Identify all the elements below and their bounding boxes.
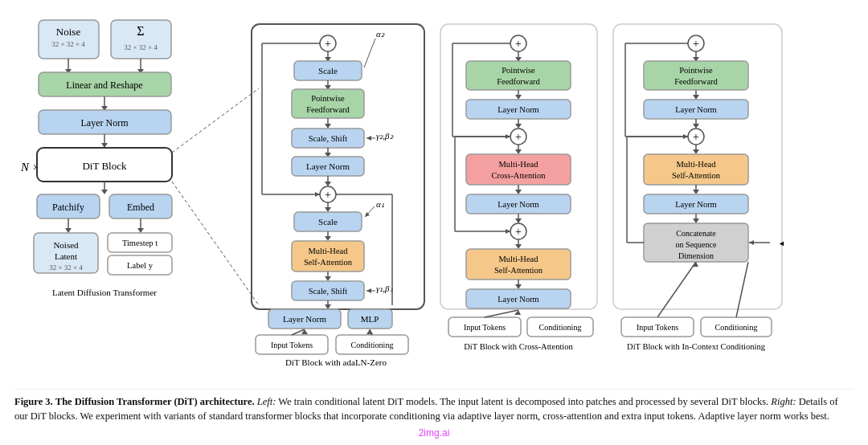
timestep-label: Timestep t: [122, 239, 158, 247]
incontext-concat-label: Concatenate: [676, 229, 716, 238]
conditioning-adal-label: Conditioning: [351, 341, 394, 349]
svg-marker-91: [515, 149, 522, 154]
incontext-concat-label2: on Sequence: [676, 240, 717, 249]
ln-top-adal-label: Layer Norm: [306, 161, 350, 171]
caption-left-text: We train conditional latent DiT models. …: [278, 396, 768, 407]
cross-pf-label: Pointwise: [502, 66, 535, 75]
ln-bot-adal-label: Layer Norm: [283, 314, 327, 324]
cross-input-tokens-label: Input Tokens: [464, 323, 506, 332]
label-y-label: Label y: [127, 261, 154, 270]
svg-marker-94: [515, 190, 522, 194]
svg-line-24: [172, 88, 259, 153]
sigma-size: 32 × 32 × 4: [124, 43, 158, 51]
cross-caption: DiT Block with Cross-Attention: [464, 342, 573, 351]
svg-marker-56: [325, 236, 331, 241]
mhsa-adal-label: Multi-Head: [309, 247, 349, 255]
cross-conditioning-label: Conditioning: [539, 323, 582, 332]
svg-marker-14: [101, 190, 108, 194]
cross-ln2-label: Layer Norm: [497, 200, 539, 209]
pf-adal-label: Pointwise: [311, 94, 345, 103]
svg-marker-36: [325, 124, 331, 129]
noised-latent-label2: Latent: [55, 251, 77, 261]
cross-ln1-label: Layer Norm: [497, 105, 539, 114]
caption-italic-right: Right:: [771, 396, 796, 407]
input-tokens-adal-label: Input Tokens: [271, 341, 313, 349]
alpha2-label: α₂: [376, 29, 385, 39]
incontext-arrow-label: ◄: [778, 239, 785, 247]
adal-caption: DiT Block with adaLN-Zero: [285, 357, 387, 367]
incontext-concat-label3: Dimension: [678, 251, 714, 260]
noise-label: Noise: [56, 26, 81, 38]
cross-pf-label2: Feedforward: [497, 77, 540, 86]
gamma1-label: γ₁,β₁: [376, 284, 393, 293]
mhsa-adal-label2: Self-Attention: [304, 258, 353, 267]
cross-mhsa-label2: Self-Attention: [494, 266, 543, 275]
scale-bot-label: Scale: [318, 217, 338, 227]
sigma-label: Σ: [137, 24, 144, 38]
mlp-label: MLP: [361, 314, 379, 324]
watermark: 2img.ai: [14, 427, 854, 439]
svg-marker-119: [693, 95, 699, 100]
svg-rect-57: [292, 241, 364, 271]
scale-shift-top-label: Scale, Shift: [309, 134, 347, 143]
noised-latent-size: 32 × 32 × 4: [49, 263, 83, 271]
diagrams-row: Noise 32 × 32 × 4 Σ 32 × 32 × 4 Linear a…: [14, 8, 854, 386]
linear-reshape-label: Linear and Reshape: [66, 80, 142, 91]
svg-marker-51: [325, 207, 331, 212]
alpha1-label: α₁: [376, 199, 384, 209]
svg-marker-135: [693, 218, 699, 223]
incontext-plus-top: +: [693, 38, 699, 50]
svg-marker-138: [749, 240, 754, 245]
incontext-mhsa-label2: Self-Attention: [672, 171, 721, 180]
incontext-conditioning-label: Conditioning: [715, 323, 758, 332]
svg-rect-130: [644, 154, 748, 185]
svg-line-111: [485, 310, 518, 317]
cross-plus-mid: +: [515, 131, 522, 143]
incontext-pf-label: Pointwise: [679, 66, 713, 75]
incontext-pf-label2: Feedforward: [674, 77, 718, 86]
cross-plus-bot: +: [515, 226, 522, 238]
svg-marker-62: [366, 288, 371, 293]
cross-mhca-label: Multi-Head: [499, 160, 539, 169]
pf-adal-label2: Feedforward: [306, 105, 350, 114]
svg-marker-97: [515, 218, 522, 223]
caption-italic-left: Left:: [257, 396, 276, 407]
circle-plus-top: +: [325, 38, 331, 50]
svg-marker-39: [366, 136, 371, 141]
dit-block-label: DiT Block: [82, 160, 127, 172]
patchify-label: Patchify: [52, 202, 84, 213]
architecture-diagram: Noise 32 × 32 × 4 Σ 32 × 32 × 4 Linear a…: [14, 8, 854, 353]
svg-marker-59: [325, 276, 331, 281]
scale-shift-bot-label: Scale, Shift: [309, 287, 347, 296]
incontext-ln1-label: Layer Norm: [675, 105, 717, 114]
circle-plus-mid: +: [325, 189, 331, 201]
scale-top-label: Scale: [318, 66, 338, 76]
svg-marker-132: [693, 190, 699, 194]
ldt-caption: Latent Diffusion Transformer: [52, 288, 157, 297]
cross-mhsa-label: Multi-Head: [499, 255, 539, 263]
caption-bold: The Diffusion Transformer (DiT) architec…: [55, 396, 255, 407]
svg-marker-102: [506, 229, 510, 234]
cross-plus-top: +: [515, 38, 522, 50]
layer-norm-ldt-label: Layer Norm: [81, 117, 129, 129]
svg-rect-105: [466, 249, 571, 280]
svg-marker-20: [137, 228, 144, 233]
svg-marker-104: [515, 244, 522, 249]
main-container: Noise 32 × 32 × 4 Σ 32 × 32 × 4 Linear a…: [0, 0, 868, 445]
incontext-plus-mid: +: [693, 131, 699, 143]
svg-marker-81: [515, 95, 522, 100]
incontext-caption: DiT Block with In-Context Conditioning: [627, 342, 766, 351]
incontext-mhsa-label: Multi-Head: [677, 160, 717, 169]
incontext-input-tokens-label: Input Tokens: [637, 323, 678, 332]
cross-mhca-label2: Cross-Attention: [491, 171, 546, 180]
noised-latent-label: Noised: [53, 240, 79, 250]
svg-marker-122: [693, 124, 699, 129]
svg-marker-84: [515, 124, 522, 129]
svg-marker-49: [315, 192, 320, 197]
svg-line-31: [364, 39, 375, 67]
figure-caption: Figure 3. The Diffusion Transformer (DiT…: [14, 389, 854, 427]
svg-marker-44: [325, 182, 331, 186]
figure-num: Figure 3.: [14, 396, 53, 407]
embed-label: Embed: [127, 202, 154, 213]
gamma2-label: γ₂,β₂: [376, 131, 394, 141]
